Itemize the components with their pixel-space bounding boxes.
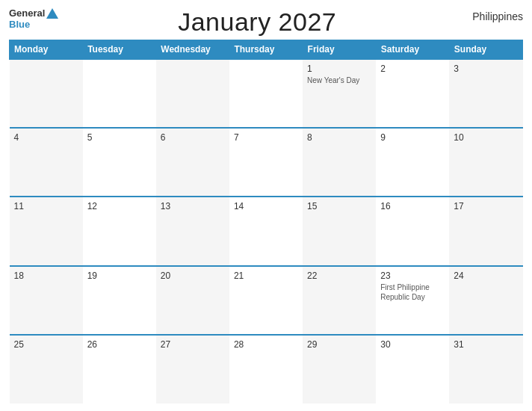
day-number: 17 (454, 201, 518, 211)
calendar-cell: 5 (83, 128, 156, 197)
calendar-cell: 30 (376, 335, 449, 404)
calendar-cell (10, 59, 83, 128)
day-number: 2 (380, 64, 445, 74)
calendar-cell: 8 (303, 128, 376, 197)
calendar-cell: 12 (83, 197, 156, 265)
day-number: 9 (380, 132, 445, 143)
calendar-cell: 28 (229, 335, 303, 404)
calendar-page: General Blue January 2027 Philippines Mo… (0, 0, 532, 411)
col-header-thursday: Thursday (229, 40, 303, 60)
col-header-sunday: Sunday (449, 40, 522, 60)
logo-triangle-icon (46, 8, 58, 19)
calendar-cell: 1New Year's Day (303, 59, 376, 128)
calendar-cell (156, 59, 229, 128)
col-header-monday: Monday (10, 40, 83, 60)
calendar-cell: 11 (10, 197, 83, 265)
day-number: 28 (234, 339, 298, 350)
day-number: 4 (14, 132, 78, 143)
day-number: 18 (14, 271, 78, 281)
day-number: 8 (307, 132, 371, 143)
calendar-header-row: MondayTuesdayWednesdayThursdayFridaySatu… (10, 40, 523, 60)
calendar-cell: 13 (156, 197, 229, 265)
calendar-cell: 31 (449, 335, 522, 404)
day-number: 30 (380, 339, 445, 350)
calendar-cell: 19 (83, 266, 156, 335)
day-number: 22 (307, 271, 371, 281)
calendar-cell: 18 (10, 266, 83, 335)
day-number: 7 (234, 132, 298, 143)
calendar-cell (229, 59, 303, 128)
day-number: 25 (14, 339, 78, 350)
logo-blue-text: Blue (9, 19, 30, 30)
day-number: 15 (307, 201, 371, 211)
col-header-saturday: Saturday (376, 40, 449, 60)
calendar-table: MondayTuesdayWednesdayThursdayFridaySatu… (9, 40, 523, 404)
col-header-friday: Friday (303, 40, 376, 60)
day-number: 11 (14, 201, 78, 211)
day-number: 12 (87, 201, 152, 211)
col-header-tuesday: Tuesday (83, 40, 156, 60)
calendar-cell: 22 (303, 266, 376, 335)
calendar-cell: 14 (229, 197, 303, 265)
logo-general-text: General (9, 7, 45, 19)
day-number: 31 (454, 339, 518, 350)
day-number: 26 (87, 339, 152, 350)
calendar-cell: 10 (449, 128, 522, 197)
calendar-cell: 27 (156, 335, 229, 404)
calendar-cell: 29 (303, 335, 376, 404)
calendar-week-row: 181920212223First Philippine Republic Da… (10, 266, 523, 335)
calendar-cell: 4 (10, 128, 83, 197)
day-number: 20 (161, 271, 225, 281)
calendar-cell: 20 (156, 266, 229, 335)
calendar-title-block: January 2027 (58, 7, 456, 37)
holiday-name: First Philippine Republic Day (380, 282, 445, 302)
calendar-title: January 2027 (58, 7, 456, 37)
day-number: 10 (454, 132, 518, 143)
day-number: 1 (307, 64, 371, 74)
day-number: 29 (307, 339, 371, 350)
day-number: 6 (161, 132, 225, 143)
day-number: 19 (87, 271, 152, 281)
calendar-week-row: 11121314151617 (10, 197, 523, 265)
day-number: 27 (161, 339, 225, 350)
calendar-cell (83, 59, 156, 128)
day-number: 16 (380, 201, 445, 211)
calendar-week-row: 45678910 (10, 128, 523, 197)
day-number: 5 (87, 132, 152, 143)
day-number: 24 (454, 271, 518, 281)
calendar-cell: 23First Philippine Republic Day (376, 266, 449, 335)
calendar-cell: 24 (449, 266, 522, 335)
day-number: 23 (380, 271, 445, 281)
calendar-cell: 26 (83, 335, 156, 404)
day-number: 13 (161, 201, 225, 211)
calendar-cell: 25 (10, 335, 83, 404)
calendar-cell: 3 (449, 59, 522, 128)
day-number: 3 (454, 64, 518, 74)
calendar-header: General Blue January 2027 Philippines (9, 7, 523, 37)
calendar-week-row: 1New Year's Day23 (10, 59, 523, 128)
calendar-cell: 6 (156, 128, 229, 197)
calendar-cell: 2 (376, 59, 449, 128)
calendar-cell: 16 (376, 197, 449, 265)
day-number: 14 (234, 201, 298, 211)
country-label: Philippines (456, 7, 523, 22)
calendar-cell: 21 (229, 266, 303, 335)
day-number: 21 (234, 271, 298, 281)
calendar-cell: 9 (376, 128, 449, 197)
calendar-week-row: 25262728293031 (10, 335, 523, 404)
col-header-wednesday: Wednesday (156, 40, 229, 60)
calendar-cell: 15 (303, 197, 376, 265)
holiday-name: New Year's Day (307, 75, 371, 85)
calendar-cell: 17 (449, 197, 522, 265)
logo: General Blue (9, 7, 58, 30)
calendar-cell: 7 (229, 128, 303, 197)
